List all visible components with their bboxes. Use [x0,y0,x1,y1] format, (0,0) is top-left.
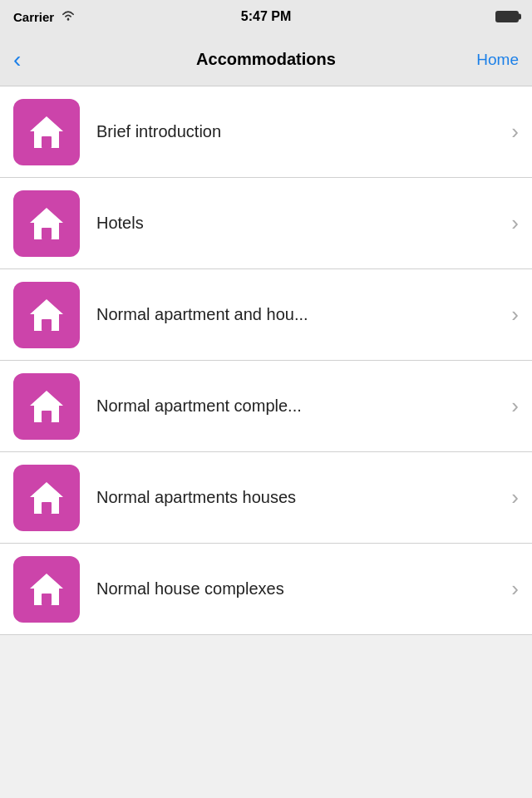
navigation-bar: ‹ Accommodations Home [0,33,532,86]
list-item-brief-intro[interactable]: Brief introduction › [0,86,532,178]
back-button[interactable]: ‹ [13,47,21,73]
status-bar: Carrier 5:47 PM [0,0,532,33]
chevron-right-icon: › [511,576,519,602]
home-button[interactable]: Home [476,51,519,69]
house-icon [26,386,67,427]
accommodations-list: Brief introduction › Hotels › [0,86,532,635]
house-icon [26,111,67,153]
svg-point-0 [67,18,70,21]
chevron-right-icon: › [511,119,519,145]
list-item-normal-apt-comple[interactable]: Normal apartment comple... › [0,361,532,452]
item-label-normal-apt-houses: Normal apartments houses [80,488,511,507]
list-item-normal-apt-houses[interactable]: Normal apartments houses › [0,452,532,544]
item-icon-brief-intro [13,99,80,165]
item-label-normal-apt-hou: Normal apartment and hou... [80,305,511,324]
house-icon [26,294,67,336]
page-title: Accommodations [196,50,336,69]
svg-rect-12 [42,594,52,605]
svg-rect-8 [42,411,52,422]
svg-rect-2 [42,136,52,148]
house-icon [26,203,67,244]
chevron-right-icon: › [511,485,519,510]
chevron-right-icon: › [511,302,519,328]
svg-rect-10 [42,502,52,514]
item-icon-normal-house-complexes [13,556,80,623]
item-label-brief-intro: Brief introduction [80,122,511,141]
chevron-left-icon: ‹ [13,47,21,73]
item-label-normal-apt-comple: Normal apartment comple... [80,397,511,416]
house-icon [26,477,67,519]
chevron-right-icon: › [511,393,519,419]
item-icon-normal-apt-hou [13,282,80,348]
list-item-normal-house-complexes[interactable]: Normal house complexes › [0,544,532,635]
item-label-hotels: Hotels [80,214,511,233]
list-item-hotels[interactable]: Hotels › [0,178,532,269]
item-label-normal-house-complexes: Normal house complexes [80,579,511,598]
status-time: 5:47 PM [241,9,291,24]
svg-rect-6 [42,319,52,331]
svg-rect-4 [42,228,52,239]
chevron-right-icon: › [511,210,519,236]
wifi-icon [61,10,76,24]
battery-indicator [495,11,519,22]
carrier-label: Carrier [13,10,54,24]
item-icon-normal-apt-comple [13,373,80,440]
status-carrier: Carrier [13,10,76,24]
house-icon [26,569,67,610]
list-item-normal-apt-hou[interactable]: Normal apartment and hou... › [0,269,532,361]
item-icon-hotels [13,190,80,257]
item-icon-normal-apt-houses [13,465,80,531]
